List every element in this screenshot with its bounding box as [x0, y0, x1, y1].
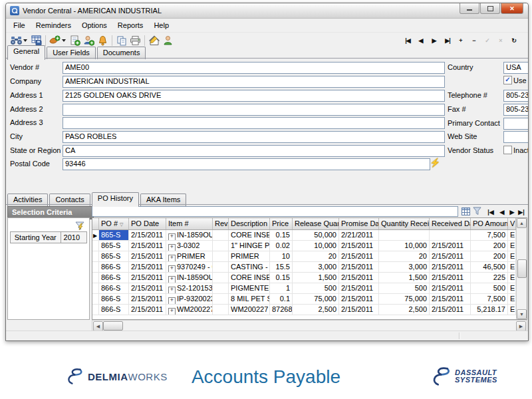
table-cell[interactable]: PIGMENTED RE: [229, 283, 270, 293]
table-row[interactable]: 865-S2/15/2011+3-03021" HINGE PIN0.0210,…: [92, 241, 527, 251]
table-cell[interactable]: 1,500: [379, 273, 430, 283]
menu-reminders[interactable]: Reminders: [31, 19, 76, 31]
table-cell[interactable]: 2/15/2011: [430, 251, 471, 261]
table-cell[interactable]: E: [508, 230, 516, 240]
table-cell[interactable]: 20: [379, 251, 430, 261]
table-cell[interactable]: 500: [293, 283, 339, 293]
address-2-field[interactable]: [63, 104, 445, 116]
column-header-price[interactable]: Price: [270, 218, 293, 229]
table-cell[interactable]: 2/15/2011: [339, 273, 379, 283]
table-cell[interactable]: 200: [471, 241, 508, 251]
table-cell[interactable]: +9370249 - CAS: [166, 262, 213, 272]
table-cell[interactable]: [430, 230, 471, 240]
find-dropdown-icon[interactable]: [23, 39, 27, 42]
table-cell[interactable]: +IN-1859OUT: [166, 273, 213, 283]
starting-year-value[interactable]: 2010: [61, 232, 86, 243]
table-cell[interactable]: 865-S: [99, 251, 129, 261]
table-cell[interactable]: 2/15/2011: [129, 262, 166, 272]
table-cell[interactable]: 1: [270, 283, 293, 293]
tab-po-history[interactable]: PO History: [92, 192, 139, 207]
column-header-release-quantity[interactable]: Release Quantity: [293, 218, 339, 229]
grid-vertical-scrollbar[interactable]: ▲ ▼: [516, 218, 527, 319]
table-row[interactable]: ▶865-S2/15/2011+IN-1859OUTCORE INSERTS0.…: [92, 230, 527, 241]
table-cell[interactable]: 2/15/2011: [430, 241, 471, 251]
minimize-button[interactable]: [460, 3, 479, 14]
fax--field[interactable]: 805-239: [503, 104, 529, 116]
table-cell[interactable]: 2/15/2011: [129, 230, 166, 240]
address-1-field[interactable]: 2125 GOLDEN OAKS DRIVE: [63, 90, 445, 102]
column-header-promise-date[interactable]: Promise Date: [339, 218, 379, 229]
table-cell[interactable]: 10,000: [379, 241, 430, 251]
vendor-status-checkbox[interactable]: [503, 146, 512, 154]
table-cell[interactable]: 7,500: [471, 294, 508, 304]
table-cell[interactable]: 0.1: [270, 294, 293, 304]
table-cell[interactable]: 2/15/2011: [339, 305, 379, 315]
filter-lightning-icon[interactable]: [74, 221, 84, 231]
table-cell[interactable]: +IP-9320023: [166, 294, 213, 304]
first-record-button[interactable]: |◀: [401, 36, 414, 45]
table-cell[interactable]: 2/15/2011: [129, 305, 166, 315]
table-cell[interactable]: 865-S: [99, 241, 129, 251]
menu-options[interactable]: Options: [76, 19, 112, 31]
table-cell[interactable]: E: [508, 273, 516, 283]
column-header-description[interactable]: Description: [229, 218, 270, 229]
table-cell[interactable]: 866-S: [99, 283, 129, 293]
table-cell[interactable]: 20: [293, 251, 339, 261]
tab-general[interactable]: General: [7, 45, 45, 60]
primary-contact-field[interactable]: [503, 118, 529, 130]
expand-icon[interactable]: +: [168, 276, 176, 283]
company-field[interactable]: AMERICAN INDUSTRIAL: [63, 76, 445, 88]
delete-record-button[interactable]: −: [467, 36, 481, 45]
table-cell[interactable]: E: [508, 294, 516, 304]
scroll-right-icon[interactable]: ▶: [516, 321, 526, 331]
table-cell[interactable]: 2,500: [379, 305, 430, 315]
table-cell[interactable]: 2/15/2011: [339, 251, 379, 261]
table-cell[interactable]: E: [508, 305, 516, 315]
table-cell[interactable]: 2/15/2011: [430, 283, 471, 293]
table-cell[interactable]: [213, 262, 229, 272]
table-cell[interactable]: 2/15/2011: [129, 283, 166, 293]
table-cell[interactable]: [379, 230, 430, 240]
table-cell[interactable]: 5,218.17: [471, 305, 508, 315]
insert-record-button[interactable]: +: [454, 36, 467, 45]
state-or-region-field[interactable]: CA: [63, 145, 445, 157]
column-header-po-date[interactable]: PO Date: [129, 218, 166, 229]
table-cell[interactable]: [213, 230, 229, 240]
table-cell[interactable]: 3,000: [379, 262, 430, 272]
last-record-button[interactable]: ▶|: [441, 36, 454, 45]
column-header-v[interactable]: V: [508, 218, 516, 229]
table-cell[interactable]: 225: [471, 273, 508, 283]
table-cell[interactable]: +PRIMER: [166, 251, 213, 261]
table-cell[interactable]: 87268: [270, 305, 293, 315]
table-cell[interactable]: 75,000: [293, 294, 339, 304]
city-field[interactable]: PASO ROBLES: [63, 131, 445, 143]
table-cell[interactable]: +WM200227P: [166, 305, 213, 315]
expand-icon[interactable]: +: [168, 287, 176, 293]
table-cell[interactable]: +IN-1859OUT: [166, 230, 213, 240]
table-cell[interactable]: 2/21/2011: [339, 230, 379, 240]
table-cell[interactable]: 2/15/2011: [129, 241, 166, 251]
country-field[interactable]: USA: [503, 62, 529, 74]
column-header-po-amount[interactable]: PO Amount: [471, 218, 508, 229]
table-cell[interactable]: 200: [471, 251, 508, 261]
grid-last-record-button[interactable]: ▶|: [515, 207, 528, 217]
web-site-field[interactable]: [503, 131, 529, 143]
table-cell[interactable]: 0.02: [270, 241, 293, 251]
postal-code-field[interactable]: 93446: [63, 158, 430, 170]
table-cell[interactable]: 865-S: [99, 230, 129, 240]
table-cell[interactable]: 500: [471, 283, 508, 293]
table-cell[interactable]: CORE INSERTS: [229, 273, 270, 283]
grid-funnel-icon[interactable]: [472, 206, 482, 216]
menu-file[interactable]: File: [8, 19, 31, 31]
table-cell[interactable]: 2/15/2011: [430, 262, 471, 272]
table-cell[interactable]: 2/15/2011: [129, 251, 166, 261]
address-3-field[interactable]: [63, 117, 445, 129]
table-cell[interactable]: WM200227 PAIN: [229, 305, 270, 315]
table-cell[interactable]: 866-S: [99, 273, 129, 283]
table-cell[interactable]: E: [508, 262, 516, 272]
column-header-po-[interactable]: PO #▽: [99, 218, 129, 229]
table-cell[interactable]: 2,500: [293, 305, 339, 315]
user-info-icon[interactable]: [161, 34, 175, 47]
expand-icon[interactable]: +: [168, 265, 176, 272]
table-row[interactable]: 866-S2/15/2011+IP-93200238 MIL PET SHEE0…: [92, 294, 527, 305]
